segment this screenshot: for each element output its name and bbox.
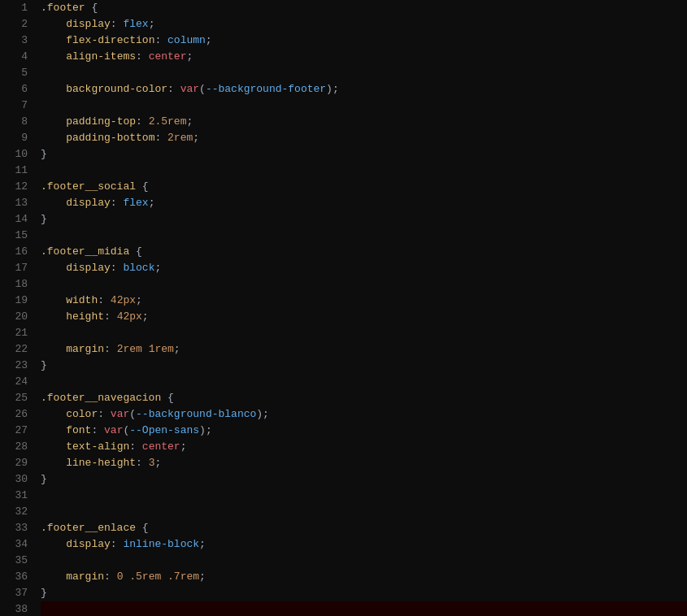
token-value-red: center: [142, 440, 180, 453]
token-property: margin: [66, 570, 104, 583]
line-number: 11: [0, 163, 28, 179]
token-var-name: --background-footer: [206, 83, 326, 95]
token-plain: {: [136, 522, 149, 534]
line-number: 28: [0, 439, 28, 455]
line-number: 22: [0, 341, 28, 358]
token-plain: :: [98, 408, 111, 420]
code-line: }: [41, 211, 687, 228]
code-line: .footer__midia {: [41, 244, 687, 260]
token-plain: ;: [186, 50, 193, 63]
token-plain: :: [129, 440, 142, 453]
token-var-func: var: [180, 83, 199, 95]
line-number: 35: [0, 553, 28, 569]
token-property: display: [66, 538, 111, 550]
line-number: 25: [0, 390, 28, 406]
token-plain: }: [41, 359, 47, 371]
token-property: text-align: [66, 440, 129, 453]
token-plain: );: [199, 424, 212, 436]
code-line: text-align: center;: [41, 439, 687, 455]
token-plain: {: [85, 2, 98, 14]
token-plain: :: [136, 115, 149, 128]
token-var-name: --background-blanco: [136, 408, 256, 420]
code-line: margin: 0 .5rem .7rem;: [41, 569, 687, 585]
code-line: line-height: 3;: [41, 455, 687, 471]
token-plain: {: [161, 392, 174, 404]
token-value-orange: 42px: [111, 294, 136, 306]
code-line: height: 42px;: [41, 309, 687, 325]
line-number: 37: [0, 585, 28, 601]
token-plain: {: [129, 245, 142, 258]
token-plain: :: [91, 424, 104, 436]
token-value-blue: inline-block: [123, 538, 199, 550]
token-value-orange: 2rem 1rem: [117, 343, 174, 355]
code-line: margin: 2rem 1rem;: [41, 341, 687, 358]
token-property: font: [66, 424, 91, 436]
token-plain: :: [104, 570, 117, 583]
token-plain: :: [136, 50, 149, 63]
token-plain: :: [104, 310, 117, 323]
line-number: 5: [0, 65, 28, 81]
code-line: [41, 228, 687, 244]
code-line: font: var(--Open-sans);: [41, 423, 687, 439]
code-line: [41, 65, 687, 81]
token-plain: ;: [186, 115, 193, 128]
line-number: 13: [0, 195, 28, 211]
code-line: .footer__navegacion {: [41, 390, 687, 406]
code-line: [41, 163, 687, 179]
token-plain: ;: [199, 570, 206, 583]
token-plain: ;: [180, 440, 187, 453]
code-line: display: inline-block;: [41, 536, 687, 553]
token-plain: ;: [199, 538, 206, 550]
token-plain: :: [136, 457, 149, 469]
token-value-blue: flex: [123, 197, 148, 209]
token-plain: }: [41, 587, 47, 599]
token-var-func: var: [104, 424, 123, 436]
line-number: 21: [0, 325, 28, 341]
token-plain: ;: [142, 310, 149, 323]
token-value-orange: 2rem: [167, 132, 193, 144]
token-selector: .footer__enlace: [41, 522, 136, 534]
token-property: padding-top: [66, 115, 136, 128]
token-plain: ;: [206, 34, 212, 46]
code-line: width: 42px;: [41, 293, 687, 309]
token-plain: ;: [193, 132, 199, 144]
line-number: 32: [0, 504, 28, 520]
code-line: [41, 504, 687, 520]
code-line: display: block;: [41, 260, 687, 276]
line-number: 6: [0, 81, 28, 98]
code-line: .footer {: [41, 0, 687, 16]
token-plain: }: [41, 213, 47, 225]
line-number: 2: [0, 16, 28, 33]
code-area: 1234567891011121314151617181920212223242…: [0, 0, 687, 616]
token-selector: .footer__navegacion: [41, 392, 161, 404]
token-var-name: --Open-sans: [129, 424, 199, 436]
code-line: [41, 553, 687, 569]
token-plain: :: [111, 18, 124, 30]
token-plain: ;: [154, 262, 161, 274]
line-numbers: 1234567891011121314151617181920212223242…: [0, 0, 34, 616]
token-property: line-height: [66, 457, 136, 469]
token-property: display: [66, 18, 111, 30]
code-line: [41, 601, 687, 616]
token-property: display: [66, 197, 111, 209]
token-plain: ;: [136, 294, 142, 306]
line-number: 29: [0, 455, 28, 471]
line-number: 12: [0, 179, 28, 195]
code-line: [41, 98, 687, 114]
token-property: background-color: [66, 83, 167, 95]
token-plain: :: [104, 343, 117, 355]
token-plain: :: [111, 197, 124, 209]
line-number: 15: [0, 228, 28, 244]
code-line: [41, 374, 687, 390]
token-value-blue: column: [167, 34, 206, 46]
code-line: flex-direction: column;: [41, 33, 687, 49]
token-plain: :: [111, 262, 124, 274]
line-number: 26: [0, 406, 28, 423]
code-line: }: [41, 146, 687, 163]
token-plain: ;: [154, 457, 161, 469]
token-plain: :: [111, 538, 124, 550]
code-content[interactable]: .footer { display: flex; flex-direction:…: [34, 0, 687, 616]
line-number: 36: [0, 569, 28, 585]
token-value-blue: block: [123, 262, 154, 274]
line-number: 30: [0, 471, 28, 488]
